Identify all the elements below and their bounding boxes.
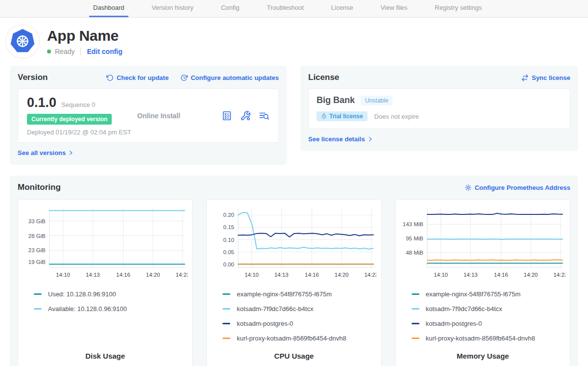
tab-license[interactable]: License bbox=[327, 0, 357, 17]
legend-label: kotsadm-7f9dc7d66c-b4tcx bbox=[426, 305, 502, 313]
monitoring-title: Monitoring bbox=[18, 183, 61, 192]
svg-text:28 GiB: 28 GiB bbox=[28, 233, 46, 239]
svg-text:95 MiB: 95 MiB bbox=[406, 235, 423, 241]
nav-tabs: DashboardVersion historyConfigTroublesho… bbox=[0, 0, 588, 17]
svg-text:0.10: 0.10 bbox=[223, 237, 234, 243]
legend-label: kotsadm-postgres-0 bbox=[237, 320, 293, 327]
memory-usage-chart: 14:1014:1314:1614:2014:23143 MiB95 MiB48… bbox=[400, 205, 565, 279]
svg-text:14:20: 14:20 bbox=[146, 272, 160, 278]
legend-swatch bbox=[222, 293, 230, 295]
license-card-header: License Sync license bbox=[308, 73, 570, 82]
svg-text:14:13: 14:13 bbox=[86, 272, 100, 278]
svg-text:48 MiB: 48 MiB bbox=[406, 250, 423, 256]
stopwatch-icon bbox=[321, 113, 327, 119]
configure-prometheus-button[interactable]: Configure Prometheus Address bbox=[465, 184, 570, 191]
svg-text:14:16: 14:16 bbox=[305, 272, 319, 278]
deployed-timestamp: Deployed 01/19/22 @ 02:04 pm EST bbox=[27, 129, 137, 136]
legend-swatch bbox=[222, 323, 230, 324]
version-info: 0.1.0 Sequence 0 Currently deployed vers… bbox=[27, 95, 137, 136]
legend-swatch bbox=[412, 323, 419, 324]
legend-item: kurl-proxy-kotsadm-8569fb6454-dnvh8 bbox=[412, 335, 566, 342]
license-type-label: Trial license bbox=[329, 113, 363, 120]
divider bbox=[80, 48, 81, 55]
svg-text:14:23: 14:23 bbox=[365, 272, 377, 278]
legend-label: Used: 10.128.0.96:9100 bbox=[48, 290, 116, 298]
legend-swatch bbox=[412, 293, 419, 295]
schedule-update-icon bbox=[180, 74, 188, 81]
sync-icon bbox=[521, 74, 529, 81]
legend-item: kotsadm-7f9dc7d66c-b4tcx bbox=[222, 305, 377, 313]
kots-admin-dashboard: DashboardVersion historyConfigTroublesho… bbox=[0, 0, 588, 366]
current-version-row: 0.1.0 Sequence 0 Currently deployed vers… bbox=[18, 88, 279, 143]
legend-item: kotsadm-postgres-0 bbox=[412, 320, 566, 327]
legend-label: kotsadm-postgres-0 bbox=[426, 320, 482, 327]
app-status-row: Ready Edit config bbox=[47, 48, 122, 55]
svg-text:14:23: 14:23 bbox=[175, 272, 188, 278]
version-action-icons bbox=[221, 110, 270, 121]
monitoring-section: Monitoring Configure Prometheus Address … bbox=[10, 176, 578, 366]
chevron-right-icon bbox=[368, 136, 373, 142]
preflight-checks-icon[interactable] bbox=[221, 110, 232, 121]
svg-text:14:10: 14:10 bbox=[245, 272, 259, 278]
refresh-icon bbox=[106, 74, 114, 81]
legend-label: example-nginx-54f8f76755-l675m bbox=[237, 290, 332, 298]
license-type-badge: Trial license bbox=[317, 111, 368, 121]
cpu-usage-legend: example-nginx-54f8f76755-l675mkotsadm-7f… bbox=[222, 283, 377, 342]
tab-troubleshoot[interactable]: Troubleshoot bbox=[263, 0, 307, 17]
tab-dashboard[interactable]: Dashboard bbox=[89, 0, 128, 17]
charts-row: 14:1014:1314:1614:2014:2333 GiB28 GiB23 … bbox=[18, 199, 570, 366]
app-title: App Name bbox=[47, 27, 122, 44]
chart-title: Memory Usage bbox=[400, 342, 566, 360]
edit-config-icon[interactable] bbox=[240, 110, 251, 121]
version-card: Version Check for update Configure autom… bbox=[10, 66, 287, 165]
cards-row: Version Check for update Configure autom… bbox=[0, 58, 588, 165]
monitoring-header: Monitoring Configure Prometheus Address bbox=[18, 183, 570, 192]
svg-text:0.20: 0.20 bbox=[223, 212, 234, 218]
app-logo bbox=[6, 25, 39, 58]
legend-item: kotsadm-7f9dc7d66c-b4tcx bbox=[412, 305, 566, 313]
sync-license-label: Sync license bbox=[532, 74, 570, 81]
app-header: App Name Ready Edit config bbox=[0, 18, 588, 58]
deploy-logs-icon[interactable] bbox=[259, 110, 270, 121]
svg-text:0.05: 0.05 bbox=[223, 249, 234, 255]
see-all-versions-link[interactable]: See all versions bbox=[18, 149, 74, 157]
legend-label: kotsadm-7f9dc7d66c-b4tcx bbox=[237, 305, 313, 313]
cpu-usage-chart: 14:1014:1314:1614:2014:230.000.050.100.1… bbox=[211, 205, 376, 279]
chart-title: Disk Usage bbox=[22, 342, 188, 360]
edit-config-link[interactable]: Edit config bbox=[87, 48, 122, 55]
legend-swatch bbox=[34, 293, 42, 295]
svg-text:143 MiB: 143 MiB bbox=[402, 221, 423, 227]
legend-item: example-nginx-54f8f76755-l675m bbox=[222, 290, 377, 298]
configure-automatic-updates-button[interactable]: Configure automatic updates bbox=[180, 74, 279, 81]
see-all-versions-label: See all versions bbox=[18, 149, 66, 157]
svg-text:33 GiB: 33 GiB bbox=[28, 218, 46, 224]
license-card: License Sync license Big Bank Unstable bbox=[300, 66, 578, 151]
svg-text:14:16: 14:16 bbox=[494, 272, 508, 278]
legend-item: Available: 10.128.0.96:9100 bbox=[34, 305, 188, 313]
memory-usage-card: 14:1014:1314:1614:2014:23143 MiB95 MiB48… bbox=[395, 199, 570, 366]
svg-text:23 GiB: 23 GiB bbox=[28, 247, 46, 253]
check-for-update-button[interactable]: Check for update bbox=[106, 74, 169, 81]
version-card-title: Version bbox=[18, 73, 48, 82]
svg-text:14:20: 14:20 bbox=[335, 272, 349, 278]
legend-label: kurl-proxy-kotsadm-8569fb6454-dnvh8 bbox=[237, 335, 346, 342]
configure-prometheus-label: Configure Prometheus Address bbox=[475, 184, 570, 191]
tab-view-files[interactable]: View files bbox=[377, 0, 412, 17]
svg-text:14:13: 14:13 bbox=[464, 272, 478, 278]
disk-usage-legend: Used: 10.128.0.96:9100Available: 10.128.… bbox=[34, 283, 188, 313]
memory-usage-legend: example-nginx-54f8f76755-l675mkotsadm-7f… bbox=[412, 283, 566, 342]
legend-swatch bbox=[222, 338, 230, 339]
status-dot bbox=[47, 50, 51, 53]
svg-text:14:23: 14:23 bbox=[553, 272, 565, 278]
cpu-usage-card: 14:1014:1314:1614:2014:230.000.050.100.1… bbox=[206, 199, 381, 366]
svg-text:14:20: 14:20 bbox=[523, 272, 538, 278]
tab-config[interactable]: Config bbox=[217, 0, 244, 17]
sync-license-button[interactable]: Sync license bbox=[521, 74, 570, 81]
version-card-header: Version Check for update Configure autom… bbox=[18, 73, 279, 82]
svg-text:19 GiB: 19 GiB bbox=[28, 259, 46, 265]
tab-registry-settings[interactable]: Registry settings bbox=[431, 0, 486, 17]
see-license-details-link[interactable]: See license details bbox=[308, 135, 373, 143]
legend-item: example-nginx-54f8f76755-l675m bbox=[412, 290, 566, 298]
gear-icon bbox=[465, 184, 472, 191]
tab-version-history[interactable]: Version history bbox=[148, 0, 197, 17]
